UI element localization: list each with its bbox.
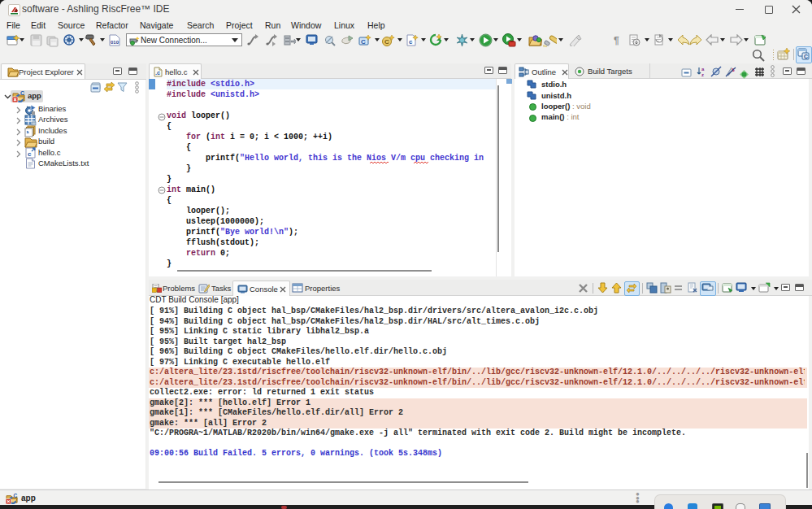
svg-text:C: C [13,493,17,498]
svg-text:C: C [804,54,808,59]
svg-text:C: C [384,38,389,46]
svg-text:c: c [409,38,413,46]
svg-text:z: z [701,72,704,77]
svg-text:C: C [20,90,24,96]
svg-text:.c: .c [155,69,160,76]
svg-text:010: 010 [111,40,119,45]
svg-text:a: a [701,67,705,72]
svg-text:C: C [361,38,366,46]
svg-text:c: c [28,150,32,158]
